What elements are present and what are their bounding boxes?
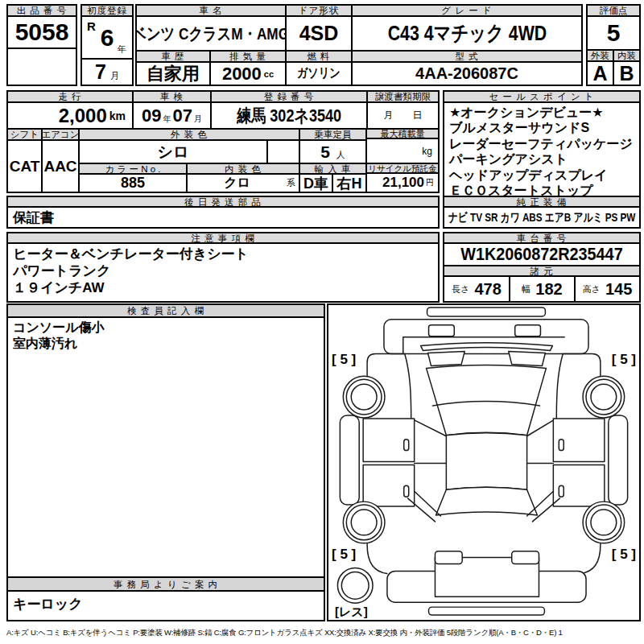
capacity-unit: 人 xyxy=(336,149,345,161)
inspection-month: 07 xyxy=(173,105,192,126)
front-left-tire-mark: [ 5 ] xyxy=(332,352,356,368)
spec-width-label: 幅 xyxy=(522,283,530,295)
spare-tire-mark: [レス] xyxy=(335,605,368,620)
first-registration-year: R 6 年 xyxy=(80,15,134,60)
sales-point-item: ★オークションデビュー★ xyxy=(449,105,604,120)
car-damage-diagram xyxy=(328,305,639,620)
factory-equipment-value: ナビ TV SR カワ ABS エアB アルミ PS PW xyxy=(443,206,641,229)
sales-point-item: ヘッドアップディスプレイ xyxy=(449,167,608,183)
grade-text: C43 4マチック 4WD xyxy=(387,19,546,47)
door-shape-value: 4SD xyxy=(285,15,353,52)
capacity-value: 5 人 xyxy=(299,139,367,164)
interior-color-value: クロ 系 xyxy=(186,173,300,193)
later-parts-value: 保証書 xyxy=(6,206,440,229)
reg-year-unit: 年 xyxy=(118,43,126,56)
displacement-number: 2000 xyxy=(222,64,262,85)
sales-point-item: ブルメスターサウンドS xyxy=(449,120,589,135)
aircon-value: AAC xyxy=(41,139,80,193)
displacement-value: 2000 cc xyxy=(209,61,287,86)
fuel-text: ガソリン xyxy=(297,65,341,82)
notes-list: ヒーター＆ベンチレーター付きシート パワートランク １９インチAW xyxy=(6,242,440,303)
front-right-tire-mark: [ 5 ] xyxy=(612,352,636,368)
note-item: ヒーター＆ベンチレーター付きシート xyxy=(13,246,249,262)
inspection-value: 09 年 07 月 xyxy=(132,101,212,130)
damage-legend: A:キズ U:ヘコミ B:キズを伴うヘコミ P:要塗装 W:補修跡 S:錆 C:… xyxy=(6,628,641,638)
exterior-color-empty-cell xyxy=(266,139,300,164)
inspection-year: 09 xyxy=(142,105,161,126)
spec-height-value: 145 xyxy=(605,280,632,299)
fuel-value: ガソリン xyxy=(285,61,353,86)
mileage-value: 2,000 km xyxy=(6,101,134,130)
spec-length-value: 478 xyxy=(474,280,501,299)
spec-width: 幅 182 xyxy=(509,275,576,303)
recycle-number: 21,100 xyxy=(382,175,424,191)
inspector-note-item: コンソール傷小 xyxy=(13,320,105,336)
shift-value: CAT xyxy=(6,139,43,193)
interior-color-suffix: 系 xyxy=(287,177,295,189)
sales-point-item: レーダーセーフティパッケージ xyxy=(449,136,633,151)
car-diagram-wrap: [ 5 ] [ 5 ] [ 5 ] [ 5 ] [レス] xyxy=(328,305,639,620)
exterior-color-value: シロ xyxy=(78,139,268,164)
reg-number-value: 練馬 302ネ3540 xyxy=(210,101,368,130)
score-value: 5 xyxy=(586,15,641,51)
note-item: １９インチAW xyxy=(13,279,105,296)
factory-equipment-text: ナビ TV SR カワ ABS エアB アルミ PS PW xyxy=(448,210,636,225)
vin-value: W1K2060872R235447 xyxy=(443,242,641,266)
reg-month: 7 xyxy=(95,60,106,84)
history-value: 自家用 xyxy=(135,61,211,86)
inspector-note-item: 室内薄汚れ xyxy=(13,336,77,352)
reg-month-unit: 月 xyxy=(110,70,119,82)
vin-text: W1K2060872R235447 xyxy=(460,244,622,265)
mileage-unit: km xyxy=(109,109,126,122)
spec-length-label: 長さ xyxy=(452,283,469,295)
spec-width-value: 182 xyxy=(535,280,562,299)
max-load-value: kg xyxy=(365,138,440,164)
rear-right-tire-mark: [ 5 ] xyxy=(612,547,636,563)
auction-sheet: 出 品 番 号 5058 初度登録 R 6 年 7 月 車 名 ベンツ Cクラス… xyxy=(0,0,644,644)
inspection-month-unit: 月 xyxy=(194,114,202,125)
exterior-grade-value: A xyxy=(586,60,614,86)
car-name-text: ベンツ CクラスM・AMG xyxy=(135,23,287,45)
reg-number-text: 練馬 302ネ3540 xyxy=(237,104,341,128)
inspector-notes-list: コンソール傷小 室内薄汚れ xyxy=(6,316,325,578)
inspection-year-unit: 年 xyxy=(163,114,171,125)
first-registration-month: 7 月 xyxy=(80,58,134,86)
reg-year: 6 xyxy=(101,24,114,52)
office-notice-value: キーロック xyxy=(6,590,325,621)
sales-point-item: パーキングアシスト xyxy=(449,151,568,167)
model-code-value: 4AA-206087C xyxy=(351,61,583,86)
lot-number-value: 5058 xyxy=(6,15,77,49)
color-no-value: 885 xyxy=(78,173,188,193)
car-diagram-panel: [ 5 ] [ 5 ] [ 5 ] [ 5 ] [レス] xyxy=(327,303,641,621)
spec-length: 長さ 478 xyxy=(443,275,510,303)
import-dealer-value: D車 xyxy=(299,173,333,193)
lot-empty-cell xyxy=(6,47,77,86)
displacement-unit: cc xyxy=(264,69,274,79)
car-name-value: ベンツ CクラスM・AMG xyxy=(135,15,287,52)
transfer-deadline-value: 月 日 xyxy=(366,101,440,130)
recycle-unit: 円 xyxy=(426,177,434,188)
spec-height-label: 高さ xyxy=(583,283,601,295)
capacity-number: 5 xyxy=(320,142,330,162)
interior-grade-value: B xyxy=(613,60,641,86)
mileage-number: 2,000 xyxy=(59,105,107,127)
import-handle-value: 右H xyxy=(332,173,367,193)
sales-points-list: ★オークションデビュー★ ブルメスターサウンドS レーダーセーフティパッケージ … xyxy=(443,101,641,197)
interior-color-text: クロ xyxy=(188,175,287,192)
grade-value: C43 4マチック 4WD xyxy=(351,15,583,52)
era-code: R xyxy=(87,19,96,33)
recycle-deposit-value: 21,100 円 xyxy=(365,172,440,193)
note-item: パワートランク xyxy=(13,262,110,279)
rear-left-tire-mark: [ 5 ] xyxy=(332,547,356,563)
spec-height: 高さ 145 xyxy=(574,275,641,303)
